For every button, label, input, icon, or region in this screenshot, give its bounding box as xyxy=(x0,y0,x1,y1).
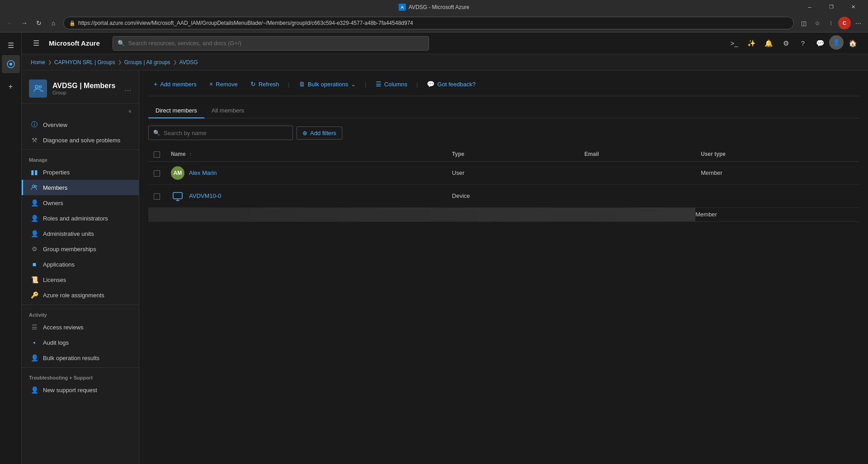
tab-all-members[interactable]: All members xyxy=(204,103,251,118)
sidebar-item-azure-roles[interactable]: 🔑 Azure role assignments xyxy=(22,287,139,303)
breadcrumb-all-groups[interactable]: Groups | All groups xyxy=(124,59,170,66)
sidebar-item-admin-units[interactable]: 👤 Administrative units xyxy=(22,226,139,241)
member-cell: AVDVM10-0 xyxy=(171,189,441,203)
member-name-link[interactable]: Alex Marin xyxy=(189,169,217,176)
minimize-button[interactable]: ─ xyxy=(799,0,820,14)
sidebar-item-diagnose[interactable]: ⚒ Diagnose and solve problems xyxy=(22,132,139,148)
address-bar[interactable]: 🔒 https://portal.azure.com/#view/Microso… xyxy=(63,17,794,29)
remove-button[interactable]: × Remove xyxy=(204,78,243,90)
window-controls: ─ ❐ ✕ xyxy=(799,0,863,14)
row-user-type-cell: Member xyxy=(695,161,859,184)
row-email-cell xyxy=(579,161,695,184)
sidebar-item-roles-admins[interactable]: 👤 Roles and administrators xyxy=(22,211,139,226)
feedback-button[interactable]: 💬 xyxy=(812,35,828,52)
close-button[interactable]: ✕ xyxy=(843,0,863,14)
add-members-button[interactable]: + Add members xyxy=(148,78,202,90)
loading-bar xyxy=(148,208,695,221)
row-checkbox[interactable] xyxy=(154,193,160,200)
sidebar-item-members[interactable]: Members xyxy=(22,180,139,195)
sidebar-item-group-memberships[interactable]: ⚙ Group memberships xyxy=(22,241,139,257)
sidebar-item-access-reviews[interactable]: ☰ Access reviews xyxy=(22,319,139,335)
search-input[interactable] xyxy=(164,130,288,136)
direct-members-label: Direct members xyxy=(156,107,197,114)
create-resource-button[interactable]: + xyxy=(2,78,20,96)
back-button[interactable]: ← xyxy=(4,17,16,29)
row-checkbox-cell xyxy=(148,184,165,207)
member-avatar: AM xyxy=(171,166,184,180)
forward-button[interactable]: → xyxy=(18,17,31,29)
global-search-input[interactable] xyxy=(128,40,424,47)
hamburger-menu-button[interactable]: ☰ xyxy=(2,36,20,54)
sidebar-licenses-label: Licenses xyxy=(43,277,66,283)
restore-button[interactable]: ❐ xyxy=(821,0,842,14)
sidebar-item-bulk-results[interactable]: 👤 Bulk operation results xyxy=(22,350,139,366)
columns-label: Columns xyxy=(384,81,407,88)
collections-button[interactable]: ⁝ xyxy=(825,17,837,29)
row-type-cell: Device xyxy=(447,184,579,207)
breadcrumb-home[interactable]: Home xyxy=(31,59,45,66)
loading-row: Member xyxy=(148,207,859,221)
page-area: AVDSG | Members Group … « ⓘ Overview ⚒ xyxy=(22,70,868,464)
roles-icon: 👤 xyxy=(30,214,38,222)
user-avatar[interactable]: 👤 xyxy=(829,35,844,50)
sidebar-item-properties[interactable]: ▮▮ Properties xyxy=(22,164,139,180)
sidebar-item-support[interactable]: 👤 New support request xyxy=(22,382,139,398)
settings-button[interactable]: ⚙ xyxy=(778,35,794,52)
refresh-button[interactable]: ↻ Refresh xyxy=(245,78,285,90)
applications-icon: ■ xyxy=(30,260,38,268)
bulk-operations-button[interactable]: 🗎 Bulk operations ⌄ xyxy=(293,78,362,90)
extensions-button[interactable]: ◫ xyxy=(797,17,810,29)
topbar-icons: >_ ✨ 🔔 ⚙ ? 💬 👤 🏠 xyxy=(726,35,861,52)
sidebar-item-overview[interactable]: ⓘ Overview xyxy=(22,117,139,132)
breadcrumb-sep-2: ❯ xyxy=(118,60,122,65)
cloud-shell-button[interactable]: >_ xyxy=(726,35,742,52)
select-all-checkbox[interactable] xyxy=(154,151,160,158)
sidebar-item-licenses[interactable]: 📜 Licenses xyxy=(22,272,139,287)
tenant-button[interactable]: 🏠 xyxy=(844,35,861,52)
name-col-header[interactable]: Name ↑ xyxy=(165,147,447,161)
icon-rail: ☰ + xyxy=(0,33,22,464)
sidebar-overview-label: Overview xyxy=(43,122,67,128)
refresh-label: Refresh xyxy=(259,81,279,88)
remove-label: Remove xyxy=(216,81,237,88)
breadcrumb-caphyon[interactable]: CAPHYON SRL | Groups xyxy=(54,59,115,66)
refresh-browser-button[interactable]: ↻ xyxy=(33,17,45,29)
overview-icon: ⓘ xyxy=(30,121,38,129)
sidebar-title-block: AVDSG | Members Group xyxy=(52,82,115,95)
add-filters-button[interactable]: ⊕ Add filters xyxy=(297,127,342,140)
help-button[interactable]: ? xyxy=(795,35,811,52)
row-email-cell xyxy=(579,184,695,207)
sidebar-members-label: Members xyxy=(43,184,67,191)
bulk-results-icon: 👤 xyxy=(30,354,38,362)
copilot-button[interactable]: ✨ xyxy=(743,35,760,52)
members-table: Name ↑ Type Email User type xyxy=(148,147,859,222)
columns-button[interactable]: ☰ Columns xyxy=(370,78,413,90)
svg-rect-6 xyxy=(173,192,182,199)
tab-direct-members[interactable]: Direct members xyxy=(148,103,204,118)
favorites-button[interactable]: ☆ xyxy=(811,17,824,29)
feedback-icon: 💬 xyxy=(427,80,434,88)
sidebar-item-owners[interactable]: 👤 Owners xyxy=(22,195,139,211)
row-checkbox[interactable] xyxy=(154,170,160,177)
portal-home-button[interactable] xyxy=(2,55,20,73)
notifications-button[interactable]: 🔔 xyxy=(760,35,777,52)
refresh-icon: ↻ xyxy=(250,80,256,88)
sidebar-item-audit-logs[interactable]: ▪ Audit logs xyxy=(22,335,139,350)
feedback-label: Got feedback? xyxy=(437,81,476,88)
menu-toggle-button[interactable]: ☰ xyxy=(29,36,43,51)
user-type-col-label: User type xyxy=(701,151,726,157)
more-options-button[interactable]: … xyxy=(124,84,132,93)
remove-icon: × xyxy=(209,80,213,88)
sep-2: | xyxy=(365,81,366,88)
sidebar-collapse-button[interactable]: « xyxy=(125,106,135,116)
sidebar-item-applications[interactable]: ■ Applications xyxy=(22,257,139,272)
sidebar-group-name: AVDSG | Members xyxy=(52,82,115,90)
settings-browser-button[interactable]: ⋯ xyxy=(852,17,864,29)
home-button[interactable]: ⌂ xyxy=(47,17,60,29)
profile-avatar[interactable]: C xyxy=(838,17,851,29)
search-input-container[interactable]: 🔍 xyxy=(148,126,293,140)
svg-point-3 xyxy=(39,86,42,88)
feedback-toolbar-button[interactable]: 💬 Got feedback? xyxy=(421,78,481,90)
global-search-bar[interactable]: 🔍 xyxy=(113,36,429,51)
member-name-link[interactable]: AVDVM10-0 xyxy=(189,192,221,199)
